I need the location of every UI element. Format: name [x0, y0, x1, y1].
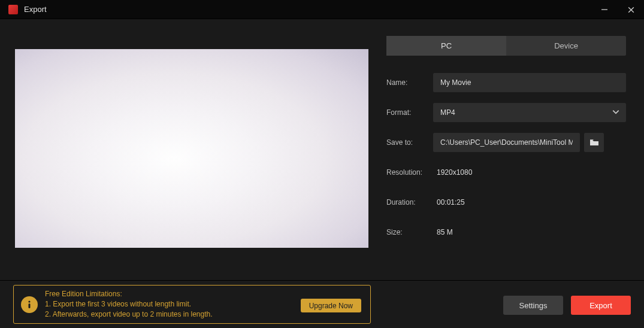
limitations-box: Free Edition Limitations: 1. Export the … [13, 285, 371, 324]
format-row: Format: MP4 [386, 103, 626, 122]
export-form: PC Device Name: Format: MP4 Save to: [386, 19, 644, 279]
name-row: Name: [386, 73, 626, 92]
tab-device[interactable]: Device [506, 36, 626, 56]
window-title: Export [24, 5, 47, 14]
size-label: Size: [386, 228, 433, 236]
saveto-label: Save to: [386, 138, 433, 147]
resolution-row: Resolution: 1920x1080 [386, 163, 626, 182]
format-value: MP4 [440, 108, 455, 117]
limitations-line2: 2. Afterwards, export video up to 2 minu… [45, 309, 213, 320]
footer-buttons: Settings Export [503, 296, 631, 315]
tab-pc[interactable]: PC [386, 36, 506, 56]
export-button[interactable]: Export [571, 296, 631, 315]
settings-button[interactable]: Settings [503, 296, 563, 315]
svg-rect-4 [29, 303, 31, 308]
footer: Free Edition Limitations: 1. Export the … [0, 280, 644, 328]
size-row: Size: 85 M [386, 223, 626, 242]
close-icon [627, 6, 635, 14]
format-label: Format: [386, 108, 433, 117]
duration-row: Duration: 00:01:25 [386, 193, 626, 212]
preview-panel [0, 19, 386, 279]
minimize-icon [601, 6, 608, 13]
name-input[interactable] [433, 73, 626, 92]
upgrade-button[interactable]: Upgrade Now [301, 299, 361, 312]
app-icon [8, 5, 18, 14]
titlebar: Export [0, 0, 644, 19]
resolution-label: Resolution: [386, 168, 433, 177]
resolution-value: 1920x1080 [433, 168, 472, 177]
chevron-down-icon [612, 108, 620, 118]
window-controls [591, 0, 644, 19]
folder-icon [589, 138, 599, 147]
name-label: Name: [386, 78, 433, 87]
limitations-title: Free Edition Limitations: [45, 289, 213, 299]
destination-tabs: PC Device [386, 36, 626, 56]
limitations-text: Free Edition Limitations: 1. Export the … [45, 289, 213, 320]
duration-value: 00:01:25 [433, 198, 465, 206]
svg-point-3 [28, 300, 30, 302]
saveto-row: Save to: [386, 133, 626, 152]
minimize-button[interactable] [591, 0, 618, 19]
close-button[interactable] [618, 0, 644, 19]
browse-button[interactable] [584, 133, 604, 152]
size-value: 85 M [433, 228, 453, 236]
limitations-line1: 1. Export the first 3 videos without len… [45, 299, 213, 309]
video-preview [15, 49, 368, 248]
format-select[interactable]: MP4 [433, 103, 626, 122]
duration-label: Duration: [386, 198, 433, 206]
saveto-input[interactable] [433, 133, 580, 152]
main-content: PC Device Name: Format: MP4 Save to: [0, 19, 644, 279]
info-icon [21, 296, 38, 313]
